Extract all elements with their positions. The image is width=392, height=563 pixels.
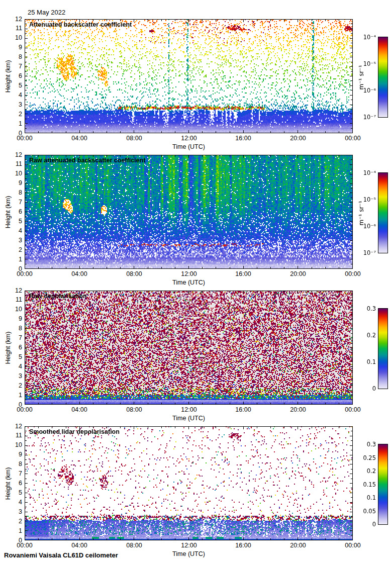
colorbar-unit-label: m⁻¹ sr⁻¹: [358, 65, 365, 90]
y-tick-label: 1: [6, 392, 22, 399]
y-tick-label: 10: [6, 441, 22, 448]
y-tick-label: 8: [6, 53, 22, 60]
x-tick-label: 00:00: [12, 542, 38, 549]
date-label: 25 May 2022: [28, 9, 65, 16]
colorbar-tick-label: 0.2: [352, 467, 376, 475]
x-tick-label: 16:00: [230, 542, 256, 549]
y-tick-label: 11: [6, 160, 22, 167]
y-tick-label: 8: [6, 189, 22, 196]
y-tick-label: 12: [6, 151, 22, 158]
x-tick-label: 04:00: [66, 542, 92, 549]
y-tick-label: 10: [6, 306, 22, 313]
x-tick-label: 00:00: [340, 406, 366, 413]
x-tick-label: 04:00: [66, 270, 92, 277]
y-tick-label: 11: [6, 296, 22, 303]
x-axis-label: Time (UTC): [25, 550, 353, 557]
y-tick-label: 10: [6, 34, 22, 41]
x-axis-label: Time (UTC): [25, 415, 353, 422]
colorbar-tick-label: 10⁻⁷: [352, 249, 376, 256]
heatmap-canvas-panel-2: [25, 155, 353, 269]
y-tick-label: 8: [6, 325, 22, 332]
x-tick-label: 08:00: [121, 270, 147, 277]
x-tick-label: 16:00: [230, 270, 256, 277]
x-tick-label: 16:00: [230, 406, 256, 413]
y-tick-label: 9: [6, 451, 22, 458]
y-tick-label: 11: [6, 432, 22, 439]
x-tick-label: 08:00: [121, 542, 147, 549]
x-tick-label: 20:00: [285, 135, 311, 142]
ceilometer-quicklook-figure: 25 May 2022 Rovaniemi Vaisala CL61D ceil…: [0, 0, 392, 563]
colorbar: [378, 444, 388, 525]
x-tick-label: 00:00: [12, 135, 38, 142]
panel-title: Attenuated backscatter coefficient: [29, 21, 132, 28]
heatmap-canvas-panel-3: [25, 291, 353, 405]
colorbar-tick-label: 0.05: [352, 508, 376, 515]
y-axis-label: Height (km): [5, 196, 12, 229]
y-tick-label: 2: [6, 382, 22, 389]
colorbar-tick-label: 0.3: [352, 305, 376, 312]
x-tick-label: 08:00: [121, 135, 147, 142]
x-axis-label: Time (UTC): [25, 279, 353, 286]
panel-title: Raw depolarisation: [29, 293, 87, 300]
y-tick-label: 11: [6, 25, 22, 32]
x-tick-label: 00:00: [340, 542, 366, 549]
y-tick-label: 12: [6, 423, 22, 430]
y-tick-label: 3: [6, 508, 22, 515]
y-axis-label: Height (km): [5, 60, 12, 93]
y-axis-label: Height (km): [5, 467, 12, 500]
x-axis-label: Time (UTC): [25, 143, 353, 150]
x-tick-label: 00:00: [12, 406, 38, 413]
colorbar-tick-label: 0.25: [352, 454, 376, 461]
colorbar-unit-label: m⁻¹ sr⁻¹: [358, 201, 365, 226]
y-tick-label: 9: [6, 44, 22, 51]
y-tick-label: 12: [6, 287, 22, 294]
y-tick-label: 9: [6, 315, 22, 322]
y-tick-label: 3: [6, 237, 22, 244]
x-tick-label: 00:00: [340, 270, 366, 277]
x-tick-label: 00:00: [340, 135, 366, 142]
colorbar-tick-label: 10⁻⁴: [352, 169, 376, 176]
y-tick-label: 1: [6, 120, 22, 127]
colorbar-tick-label: 0.3: [352, 441, 376, 448]
x-tick-label: 04:00: [66, 406, 92, 413]
y-tick-label: 9: [6, 179, 22, 186]
y-tick-label: 2: [6, 246, 22, 253]
y-tick-label: 2: [6, 111, 22, 118]
panel-title: Smoothed lidar depolarisation: [29, 428, 120, 435]
x-tick-label: 04:00: [66, 135, 92, 142]
x-tick-label: 20:00: [285, 542, 311, 549]
y-tick-label: 10: [6, 170, 22, 177]
colorbar-tick-label: 10⁻⁴: [352, 34, 376, 41]
panel-title: Raw attenuated backscatter coefficient: [29, 157, 145, 164]
heatmap-canvas-panel-4: [25, 426, 353, 540]
colorbar-tick-label: 0.1: [352, 494, 376, 501]
x-tick-label: 20:00: [285, 406, 311, 413]
colorbar-tick-label: 0: [352, 385, 376, 392]
y-tick-label: 3: [6, 101, 22, 108]
y-tick-label: 3: [6, 372, 22, 380]
x-tick-label: 12:00: [176, 406, 202, 413]
colorbar-tick-label: 0.15: [352, 481, 376, 488]
x-tick-label: 00:00: [12, 270, 38, 277]
y-tick-label: 2: [6, 518, 22, 525]
heatmap-canvas-panel-1: [25, 19, 353, 133]
colorbar: [378, 308, 388, 389]
colorbar-tick-label: 10⁻⁷: [352, 114, 376, 121]
colorbar: [378, 172, 388, 253]
y-tick-label: 1: [6, 527, 22, 534]
x-tick-label: 20:00: [285, 270, 311, 277]
x-tick-label: 12:00: [176, 135, 202, 142]
y-axis-label: Height (km): [5, 332, 12, 364]
x-tick-label: 08:00: [121, 406, 147, 413]
x-tick-label: 12:00: [176, 270, 202, 277]
x-tick-label: 12:00: [176, 542, 202, 549]
colorbar-tick-label: 0.1: [352, 358, 376, 365]
y-tick-label: 8: [6, 460, 22, 467]
y-tick-label: 12: [6, 16, 22, 23]
colorbar-tick-label: 0.2: [352, 332, 376, 339]
x-tick-label: 16:00: [230, 135, 256, 142]
colorbar: [378, 37, 388, 118]
y-tick-label: 1: [6, 256, 22, 263]
colorbar-tick-label: 0: [352, 521, 376, 528]
